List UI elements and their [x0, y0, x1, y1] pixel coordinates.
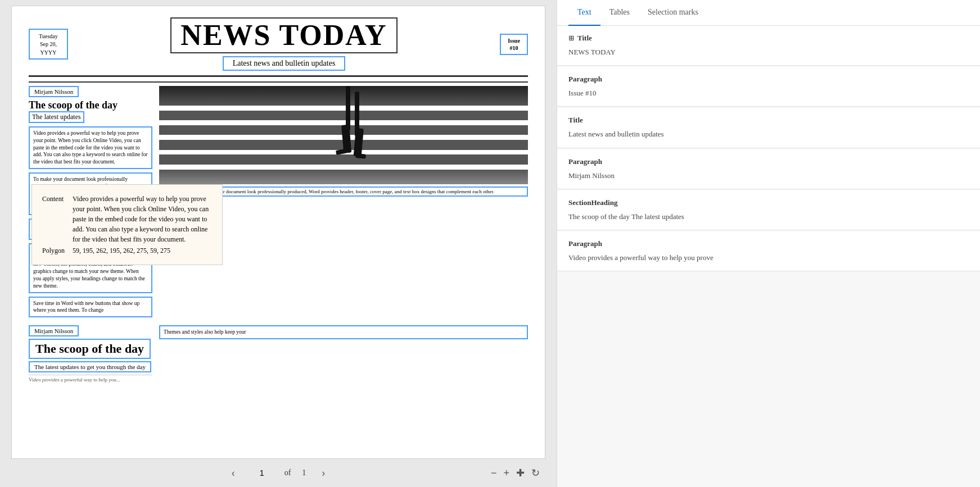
paragraph-5: Save time in Word with new buttons that …: [29, 297, 152, 318]
paragraph-1: Video provides a powerful way to help yo…: [29, 126, 152, 169]
next-page-button[interactable]: ›: [317, 465, 329, 481]
page-number-input[interactable]: [251, 468, 273, 477]
svg-rect-5: [355, 153, 366, 159]
bottom-nav: ‹ of 1 › − + ✚ ↻: [0, 459, 557, 487]
popup-content-label: Content: [42, 194, 71, 244]
issue-box: Issue #10: [500, 34, 528, 55]
title-icon-0: ⊞: [568, 34, 574, 43]
newspaper-header: Tuesday Sep 20, YYYY NEWS TODAY Latest n…: [29, 17, 528, 77]
panel-value-5: Video provides a powerful way to help yo…: [568, 253, 969, 263]
section-divider: [29, 81, 528, 83]
panel-label-4: SectionHeading: [568, 198, 969, 207]
second-right-col: Themes and styles also help keep your: [159, 325, 528, 383]
panel-value-2: Latest news and bulletin updates: [568, 129, 969, 139]
author-box-2: Mirjam Nilsson: [29, 325, 79, 336]
newspaper-title: NEWS TODAY: [170, 17, 397, 53]
panel-content: ⊞ Title NEWS TODAY Paragraph Issue #10 T…: [557, 26, 980, 487]
tab-tables[interactable]: Tables: [600, 0, 639, 26]
issue-text: Issue #10: [508, 38, 520, 51]
date-text: Tuesday Sep 20, YYYY: [39, 33, 58, 56]
svg-rect-0: [346, 86, 350, 131]
right-col2-text: Themes and styles also help keep your: [159, 325, 528, 339]
panel-tabs: Text Tables Selection marks: [557, 0, 980, 26]
panel-section-3: Paragraph Mirjam Nilsson: [557, 149, 980, 189]
panel-section-5: Paragraph Video provides a powerful way …: [557, 231, 980, 271]
section-heading-1: The scoop of the day: [29, 99, 152, 111]
content-popup: Content Video provides a powerful way to…: [31, 184, 223, 265]
svg-rect-4: [336, 149, 346, 155]
section2-partial: Video provides a powerful way to help yo…: [29, 375, 152, 383]
doc-content: Tuesday Sep 20, YYYY NEWS TODAY Latest n…: [12, 6, 545, 458]
second-section: Mirjam Nilsson The scoop of the day The …: [29, 325, 528, 383]
section2-heading: The scoop of the day: [29, 339, 151, 359]
second-left-col: Mirjam Nilsson The scoop of the day The …: [29, 325, 152, 383]
fit-page-button[interactable]: ✚: [516, 467, 525, 479]
popup-content-row: Content Video provides a powerful way to…: [42, 194, 212, 244]
panel-section-2: Title Latest news and bulletin updates: [557, 108, 980, 148]
page-total: 1: [302, 468, 306, 477]
panel-label-3: Paragraph: [568, 157, 969, 166]
panel-value-0: NEWS TODAY: [568, 47, 969, 57]
tab-selection-marks[interactable]: Selection marks: [639, 0, 707, 26]
panel-value-4: The scoop of the day The latest updates: [568, 212, 969, 222]
section-subheading-1: The latest updates: [29, 111, 84, 123]
panel-label-2: Title: [568, 116, 969, 125]
rotate-button[interactable]: ↻: [531, 467, 540, 479]
popup-table: Content Video provides a powerful way to…: [41, 193, 213, 257]
crosswalk-bg: [159, 86, 528, 184]
doc-page: Tuesday Sep 20, YYYY NEWS TODAY Latest n…: [11, 6, 545, 459]
panel-section-1: Paragraph Issue #10: [557, 67, 980, 107]
date-box: Tuesday Sep 20, YYYY: [29, 29, 68, 60]
panel-section-0: ⊞ Title NEWS TODAY: [557, 26, 980, 66]
zoom-controls: − + ✚ ↻: [491, 467, 540, 479]
zoom-in-button[interactable]: +: [503, 467, 509, 479]
crosswalk-image: [159, 86, 528, 184]
popup-polygon-label: Polygon: [42, 245, 71, 256]
tab-text[interactable]: Text: [568, 0, 600, 26]
section2-subheading: The latest updates to get you through th…: [29, 361, 151, 372]
prev-page-button[interactable]: ‹: [227, 465, 240, 481]
zoom-out-button[interactable]: −: [491, 467, 497, 479]
right-panel: Text Tables Selection marks ⊞ Title NEWS…: [557, 0, 980, 487]
panel-label-text-0: Title: [577, 34, 592, 43]
page-of: of: [284, 468, 291, 477]
newspaper-subtitle: Latest news and bulletin updates: [223, 56, 346, 71]
popup-polygon-value: 59, 195, 262, 195, 262, 275, 59, 275: [73, 245, 212, 256]
document-viewer: Tuesday Sep 20, YYYY NEWS TODAY Latest n…: [0, 0, 557, 487]
panel-value-1: Issue #10: [568, 88, 969, 98]
popup-polygon-row: Polygon 59, 195, 262, 195, 262, 275, 59,…: [42, 245, 212, 256]
panel-label-5: Paragraph: [568, 239, 969, 248]
author-box-1: Mirjam Nilsson: [29, 86, 79, 97]
panel-section-4: SectionHeading The scoop of the day The …: [557, 190, 980, 230]
popup-content-text: Video provides a powerful way to help yo…: [73, 194, 212, 244]
title-center: NEWS TODAY Latest news and bulletin upda…: [68, 17, 500, 71]
panel-label-1: Paragraph: [568, 75, 969, 84]
legs-icon: [330, 86, 375, 184]
panel-label-0: ⊞ Title: [568, 34, 969, 43]
panel-value-3: Mirjam Nilsson: [568, 171, 969, 181]
